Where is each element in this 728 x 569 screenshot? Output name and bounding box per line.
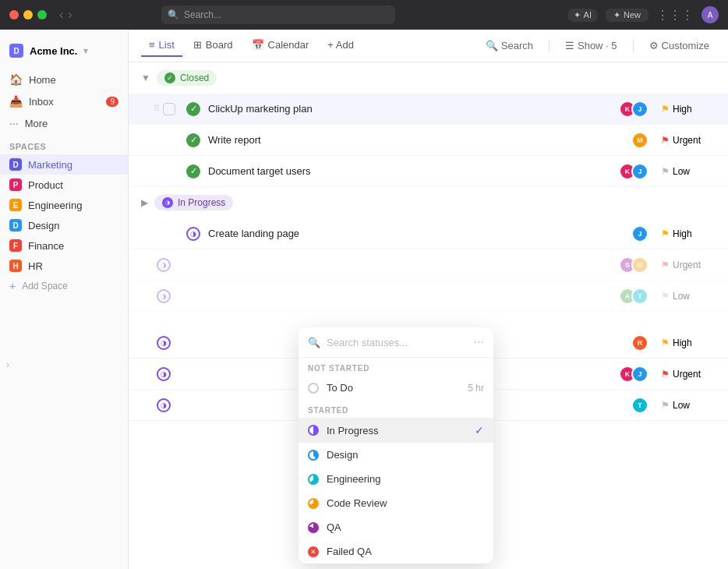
inprogress-status-icon <box>308 425 319 436</box>
ai-label: AI <box>584 10 592 19</box>
row-left: ⠿ <box>154 165 183 178</box>
priority-label: Low <box>673 166 690 177</box>
avatar: M <box>631 132 648 149</box>
dropdown-more-icon[interactable]: ··· <box>474 335 484 349</box>
tab-board[interactable]: ⊞ Board <box>186 34 241 57</box>
closed-label: Closed <box>180 72 209 83</box>
sidebar-item-hr[interactable]: H HR <box>0 256 128 276</box>
inbox-badge: 9 <box>106 97 118 107</box>
avatar: T <box>631 288 648 305</box>
search-icon: 🔍 <box>486 40 498 51</box>
list-item[interactable]: Design <box>299 443 493 467</box>
priority-badge: ⚑ Low <box>661 400 716 411</box>
finance-icon: F <box>9 239 22 252</box>
search-button[interactable]: 🔍 Search <box>479 37 539 55</box>
table-row[interactable]: ◑ S M ⚑ Urgent <box>129 249 728 281</box>
sidebar-item-home[interactable]: 🏠 Home <box>0 69 128 90</box>
inprogress-task-icon: ◑ <box>157 336 171 350</box>
priority-badge: ⚑ Urgent <box>661 260 716 270</box>
window-controls[interactable] <box>9 10 47 19</box>
forward-icon[interactable]: › <box>68 8 72 22</box>
list-item[interactable]: Engineering <box>299 467 493 491</box>
sidebar-inbox-label: Inbox <box>29 96 54 108</box>
sidebar-item-marketing[interactable]: D Marketing <box>0 154 128 175</box>
dropdown-search-input[interactable] <box>327 337 468 348</box>
todo-status-icon <box>308 383 319 394</box>
task-avatars: S M <box>619 256 648 274</box>
add-space-button[interactable]: + Add Space <box>0 276 128 296</box>
sidebar-item-more[interactable]: ··· More <box>0 112 128 134</box>
dropdown-search-icon: 🔍 <box>308 337 320 348</box>
sidebar-collapse-icon[interactable]: › <box>6 359 9 370</box>
closed-status-pill: ✓ Closed <box>157 70 217 86</box>
task-avatars: M <box>631 132 648 149</box>
nav-arrows[interactable]: ‹ › <box>59 8 72 22</box>
closed-section-header[interactable]: ▼ ✓ Closed <box>129 62 728 94</box>
inprogress-section-header[interactable]: ▶ ◑ In Progress <box>129 187 728 218</box>
table-row[interactable]: ⠿ ◑ Create landing page J ⚑ High <box>129 218 728 249</box>
ai-badge[interactable]: ✦ AI <box>567 9 598 22</box>
task-status-icon[interactable]: ✓ <box>186 164 200 178</box>
content-nav-right: 🔍 Search ☰ Show · 5 ⚙ Customize <box>479 37 716 55</box>
avatar: J <box>631 101 648 118</box>
minimize-dot[interactable] <box>23 10 33 19</box>
list-item[interactable]: In Progress ✓ <box>299 418 493 443</box>
customize-button[interactable]: ⚙ Customize <box>643 37 716 55</box>
row-left: ⠿ <box>154 103 183 115</box>
maximize-dot[interactable] <box>37 10 47 19</box>
started-label: STARTED <box>299 400 493 418</box>
task-checkbox[interactable] <box>163 103 175 115</box>
priority-label: High <box>673 104 692 115</box>
back-icon[interactable]: ‹ <box>59 8 63 22</box>
sidebar-item-finance[interactable]: F Finance <box>0 235 128 256</box>
table-row[interactable]: ◑ A T ⚑ Low <box>129 281 728 312</box>
sidebar: D Acme Inc. ▾ 🏠 Home 📥 Inbox 9 ··· More … <box>0 30 129 569</box>
tab-list[interactable]: ≡ List <box>141 34 182 57</box>
grid-icon[interactable]: ⋮⋮⋮ <box>656 8 694 23</box>
new-button[interactable]: ✦ New <box>606 9 648 22</box>
inprogress-task-icon: ◑ <box>186 227 200 241</box>
add-view-button[interactable]: + Add <box>320 34 362 57</box>
list-item[interactable]: ✕ Failed QA <box>299 539 493 564</box>
search-icon: 🔍 <box>168 9 179 20</box>
list-item[interactable]: QA <box>299 515 493 539</box>
task-status-icon[interactable]: ✓ <box>186 133 200 147</box>
sidebar-item-inbox[interactable]: 📥 Inbox 9 <box>0 90 128 112</box>
task-status-icon: ◑ <box>157 336 171 350</box>
close-dot[interactable] <box>9 10 19 19</box>
time-label: 5 hr <box>468 383 484 394</box>
avatar: T <box>631 397 648 414</box>
sidebar-item-engineering[interactable]: E Engineering <box>0 195 128 215</box>
table-row[interactable]: ⠿ ✓ Document target users K J ⚑ Low <box>129 156 728 187</box>
closed-chevron-icon: ▼ <box>141 72 150 83</box>
flag-icon: ⚑ <box>661 166 670 177</box>
sidebar-item-product[interactable]: P Product <box>0 175 128 195</box>
task-status-icon[interactable]: ✓ <box>186 102 200 116</box>
priority-badge: ⚑ High <box>661 104 716 115</box>
org-name[interactable]: D Acme Inc. ▾ <box>0 39 128 62</box>
task-name: ClickUp marketing plan <box>208 103 619 115</box>
avatar: J <box>631 225 648 242</box>
hr-label: HR <box>28 260 43 272</box>
inprogress-icon: ◑ <box>162 197 173 208</box>
flag-icon: ⚑ <box>661 338 670 348</box>
inprogress-task-icon: ◑ <box>157 289 171 303</box>
list-item[interactable]: To Do 5 hr <box>299 376 493 400</box>
global-search-bar[interactable]: 🔍 Search... <box>161 5 395 24</box>
tab-calendar[interactable]: 📅 Calendar <box>244 34 317 57</box>
priority-badge: ⚑ High <box>661 338 716 348</box>
task-status-icon[interactable]: ◑ <box>186 227 200 241</box>
table-row[interactable]: ⠿ ✓ Write report M ⚑ Urgent <box>129 125 728 156</box>
org-icon: D <box>9 44 23 58</box>
user-avatar[interactable]: A <box>701 6 719 23</box>
org-label: Acme Inc. <box>30 45 77 57</box>
flag-icon: ⚑ <box>661 104 670 115</box>
dropdown-search-bar[interactable]: 🔍 ··· <box>299 327 493 358</box>
list-item[interactable]: Code Review <box>299 491 493 515</box>
table-row[interactable]: ⠿ ✓ ClickUp marketing plan K J ⚑ High <box>129 94 728 125</box>
sidebar-item-design[interactable]: D Design <box>0 215 128 235</box>
show-button[interactable]: ☰ Show · 5 <box>559 37 624 55</box>
global-search-placeholder: Search... <box>184 9 221 20</box>
content-nav: ≡ List ⊞ Board 📅 Calendar + Add 🔍 Search <box>129 30 728 62</box>
priority-badge: ⚑ High <box>661 228 716 239</box>
